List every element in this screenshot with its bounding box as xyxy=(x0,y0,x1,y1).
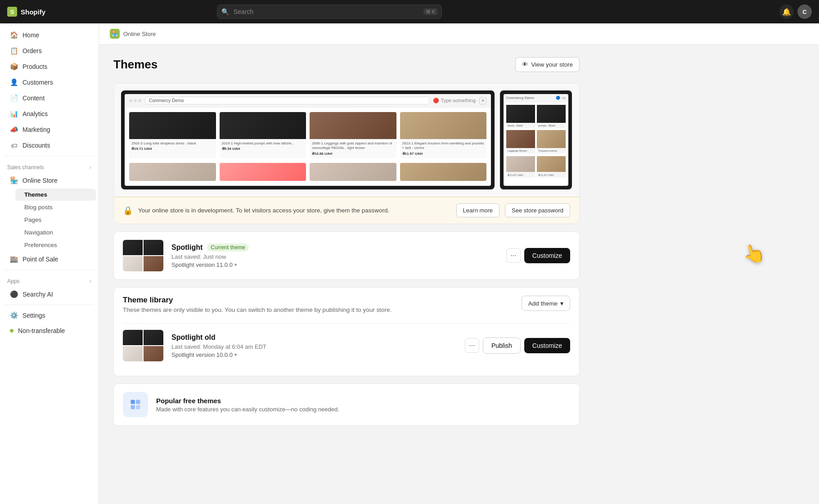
theme-last-saved: Last saved: Just now xyxy=(171,253,498,260)
customize-button[interactable]: Customize xyxy=(524,248,570,263)
sidebar-item-home-label: Home xyxy=(22,32,39,39)
online-store-icon: 🏪 xyxy=(10,176,18,184)
store-name-preview: Commercy Demo xyxy=(149,98,184,103)
browser-bar: Commercy Demo 🔴 Type something ✕ xyxy=(125,94,491,108)
mobile-product-1-info: dress - black xyxy=(506,123,535,128)
preview-product-7 xyxy=(310,163,396,181)
library-version-chevron-icon: ▾ xyxy=(234,352,237,358)
sidebar-item-preferences[interactable]: Preferences xyxy=(15,239,96,251)
desktop-products-grid: 2503-3 Long tulle strapless dress - blac… xyxy=(125,108,491,163)
thumb-3 xyxy=(123,256,143,271)
search-shortcut-badge: ⌘ K xyxy=(423,9,437,15)
password-banner: 🔒 Your online store is in development. T… xyxy=(114,197,579,224)
add-theme-chevron-icon: ▾ xyxy=(560,300,563,307)
sidebar-item-settings[interactable]: ⚙️ Settings xyxy=(3,308,96,323)
add-theme-button[interactable]: Add theme ▾ xyxy=(522,296,570,311)
current-theme-actions: ··· Customize xyxy=(506,248,570,263)
sidebar-item-discounts[interactable]: 🏷 Discounts xyxy=(3,138,96,153)
type-something-label: 🔴 Type something xyxy=(433,98,476,104)
sidebar-item-blog-posts[interactable]: Blog posts xyxy=(15,201,96,213)
sidebar-item-searchy-ai-label: Searchy AI xyxy=(22,291,53,298)
sidebar-item-navigation[interactable]: Navigation xyxy=(15,226,96,238)
sidebar-item-content[interactable]: 📄 Content xyxy=(3,90,96,106)
sidebar-item-customers-label: Customers xyxy=(22,79,53,86)
sidebar-item-non-transferable[interactable]: Non-transferable xyxy=(3,324,96,338)
popular-icon xyxy=(123,392,148,417)
library-theme-item: Spotlight old Last saved: Monday at 6:04… xyxy=(123,323,570,368)
sidebar-item-settings-label: Settings xyxy=(22,312,45,319)
dot-2 xyxy=(134,99,137,102)
theme-library-title: Theme library xyxy=(123,296,392,305)
theme-preview-card: Commercy Demo 🔴 Type something ✕ xyxy=(113,83,580,224)
product-8-img xyxy=(400,163,487,181)
view-store-button[interactable]: 👁 View your store xyxy=(515,57,580,72)
theme-library-section: Theme library These themes are only visi… xyxy=(113,287,580,376)
analytics-icon: 📊 xyxy=(10,110,18,118)
breadcrumb: 🏪 Online Store xyxy=(99,23,819,45)
publish-button[interactable]: Publish xyxy=(483,338,521,354)
sidebar-item-products-label: Products xyxy=(22,63,47,70)
current-theme-card: Spotlight Current theme Last saved: Just… xyxy=(113,231,580,280)
mobile-products-grid-row2: ₴11.97 UAH ₴11.97 UAH xyxy=(504,156,568,178)
view-store-icon: 👁 xyxy=(522,61,528,68)
customers-icon: 👤 xyxy=(10,78,18,86)
topbar: S Shopify 🔍 ⌘ K 🔔 C xyxy=(0,0,819,23)
mobile-product-3-info: Leggings Brown xyxy=(506,148,535,153)
svg-rect-0 xyxy=(131,400,135,404)
library-theme-actions: ··· Publish Customize xyxy=(465,338,570,354)
popular-title: Popular free themes xyxy=(156,397,570,405)
avatar[interactable]: C xyxy=(797,4,812,19)
theme-more-button[interactable]: ··· xyxy=(506,248,521,263)
sidebar-item-pages[interactable]: Pages xyxy=(15,214,96,226)
mobile-product-1: dress - black xyxy=(506,105,535,128)
sidebar-item-online-store[interactable]: 🏪 Online Store xyxy=(3,173,96,188)
sidebar-item-products[interactable]: 📦 Products xyxy=(3,59,96,74)
mobile-icon-2: ▭ xyxy=(562,96,566,100)
orders-icon: 📋 xyxy=(10,47,18,55)
sidebar-item-orders[interactable]: 📋 Orders xyxy=(3,43,96,58)
product-1-price: ₴19.71 UAH xyxy=(131,147,214,151)
browser-dots xyxy=(129,99,141,102)
library-customize-button[interactable]: Customize xyxy=(524,338,570,353)
sales-channels-chevron: › xyxy=(90,164,91,171)
sidebar-item-searchy-ai[interactable]: ⚫ Searchy AI xyxy=(3,287,96,302)
search-icon: 🔍 xyxy=(221,8,229,15)
mobile-products-grid: dress - black pumps - Black Leggings Bro… xyxy=(504,102,568,156)
sidebar-divider-3 xyxy=(4,305,94,305)
lib-thumb-3 xyxy=(123,346,143,361)
product-4-info: 2623-1 Elegant trousers from wrinkling a… xyxy=(400,139,487,158)
mobile-preview: Commercy Demo 🔵 ▭ dress - black xyxy=(500,90,572,189)
sidebar-item-themes[interactable]: Themes xyxy=(15,189,96,201)
library-theme-info: Spotlight old Last saved: Monday at 6:04… xyxy=(171,333,457,358)
sidebar-item-preferences-label: Preferences xyxy=(24,242,57,248)
svg-rect-1 xyxy=(136,400,140,404)
current-theme-badge: Current theme xyxy=(207,243,249,252)
non-transferable-dot xyxy=(10,329,14,333)
preview-product-6 xyxy=(220,163,306,181)
learn-more-button[interactable]: Learn more xyxy=(456,203,500,217)
search-input[interactable] xyxy=(217,4,442,19)
topbar-right: 🔔 C xyxy=(779,4,812,19)
shopify-bag-icon: S xyxy=(7,7,17,17)
product-4-name: 2623-1 Elegant trousers from wrinkling a… xyxy=(402,141,485,151)
product-3-price: ₴10.86 UAH xyxy=(312,152,394,156)
sidebar-item-orders-label: Orders xyxy=(22,47,42,54)
library-theme-version-text: Spotlight version 10.0.0 xyxy=(171,351,233,358)
mobile-preview-inner: Commercy Demo 🔵 ▭ dress - black xyxy=(504,94,568,186)
sidebar-item-analytics[interactable]: 📊 Analytics xyxy=(3,106,96,122)
sidebar-item-marketing[interactable]: 📣 Marketing xyxy=(3,122,96,137)
mobile-product-2: pumps - Black xyxy=(537,105,566,128)
product-2-info: 2019-1 High-heeled pumps with bow stitch… xyxy=(220,139,306,154)
apps-section: Apps › xyxy=(0,273,99,286)
mobile-product-2-info: pumps - Black xyxy=(537,123,566,128)
desktop-products-grid-row2 xyxy=(125,163,491,181)
see-store-password-button[interactable]: See store password xyxy=(505,203,570,217)
sidebar-item-customers[interactable]: 👤 Customers xyxy=(3,75,96,90)
library-theme-more-button[interactable]: ··· xyxy=(465,338,479,353)
product-1-info: 2503-3 Long tulle strapless dress - blac… xyxy=(129,139,216,154)
sidebar-item-pos[interactable]: 🏬 Point of Sale xyxy=(3,252,96,267)
home-icon: 🏠 xyxy=(10,31,18,39)
notifications-button[interactable]: 🔔 xyxy=(779,4,794,19)
sidebar-item-home[interactable]: 🏠 Home xyxy=(3,27,96,43)
main-content: 🏪 Online Store Themes 👁 View your store xyxy=(99,23,819,504)
